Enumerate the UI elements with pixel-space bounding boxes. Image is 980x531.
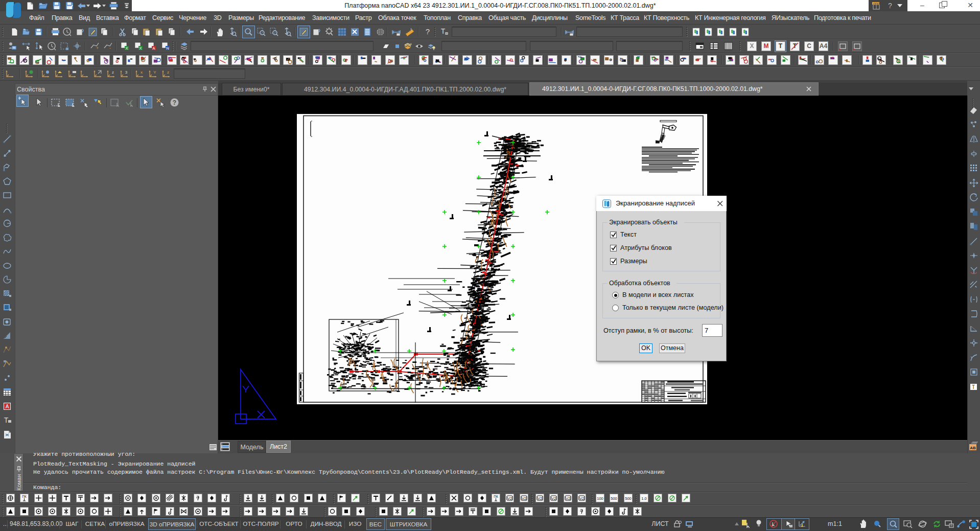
svg-text:V2: V2 (521, 496, 526, 501)
svg-text:z: z (112, 70, 114, 75)
svg-text:V2: V2 (566, 496, 570, 501)
svg-text:ПК: ПК (22, 495, 27, 498)
svg-text:500: 500 (611, 496, 618, 501)
svg-text:z: z (167, 70, 169, 75)
svg-text:T: T (4, 416, 9, 424)
svg-text:A: A (152, 46, 155, 51)
svg-text:V2: V2 (507, 496, 512, 501)
svg-text:1.0: 1.0 (641, 496, 646, 501)
svg-text:A: A (6, 404, 9, 409)
svg-text:100: 100 (597, 496, 603, 501)
svg-text:+: + (96, 45, 99, 51)
svg-text:ПК: ПК (494, 495, 498, 498)
svg-text:3: 3 (125, 70, 128, 75)
svg-text:-: - (109, 45, 111, 51)
svg-text:V2: V2 (551, 496, 556, 501)
svg-text:V2: V2 (538, 496, 542, 501)
svg-text:?: ? (426, 27, 430, 36)
svg-text:X: X (125, 46, 128, 51)
svg-text:AB: AB (970, 446, 976, 450)
svg-text:N: N (166, 46, 169, 51)
svg-text:Y: Y (153, 70, 156, 75)
svg-text:V2: V2 (579, 496, 584, 501)
svg-text:?: ? (173, 99, 176, 106)
svg-text:x: x (141, 70, 143, 75)
svg-text:X: X (139, 46, 142, 51)
svg-text:T: T (972, 384, 975, 390)
svg-text:500: 500 (625, 496, 632, 501)
svg-text:T: T (441, 27, 446, 35)
